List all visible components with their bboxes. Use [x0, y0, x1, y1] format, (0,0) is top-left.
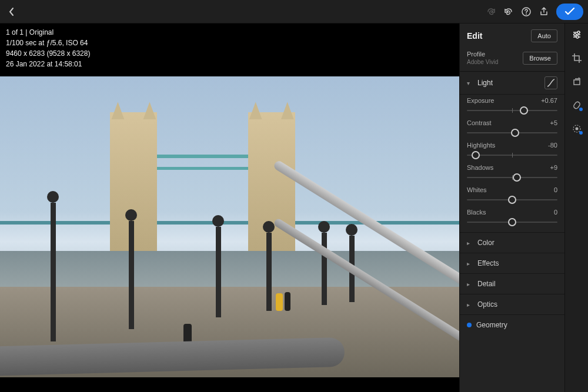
edit-sliders-icon[interactable] — [570, 28, 583, 41]
undo-icon[interactable] — [500, 3, 517, 21]
auto-button[interactable]: Auto — [531, 29, 557, 42]
masking-icon[interactable] — [570, 122, 583, 135]
section-light-label: Light — [477, 79, 544, 87]
slider-highlights[interactable]: Highlights-80 — [460, 139, 564, 162]
rotate-icon[interactable] — [570, 75, 583, 88]
edit-panel: Edit Auto Profile Adobe Vivid Browse ▾ L… — [459, 24, 564, 392]
slider-blacks[interactable]: Blacks0 — [460, 206, 564, 232]
chevron-right-icon: ▸ — [467, 301, 474, 308]
photo-canvas — [0, 76, 459, 377]
slider-whites[interactable]: Whites0 — [460, 184, 564, 206]
profile-name: Adobe Vivid — [467, 59, 498, 65]
svg-rect-5 — [574, 80, 580, 85]
modified-dot-icon — [467, 323, 472, 327]
healing-icon[interactable] — [570, 99, 583, 112]
redo-icon[interactable] — [482, 3, 500, 21]
chevron-right-icon: ▸ — [467, 260, 474, 267]
panel-title: Edit — [467, 31, 482, 41]
help-icon[interactable] — [517, 3, 535, 21]
share-icon[interactable] — [535, 3, 553, 21]
svg-point-8 — [575, 128, 578, 130]
section-optics[interactable]: ▸ Optics — [460, 294, 564, 314]
tone-curve-button[interactable] — [544, 76, 557, 89]
section-detail[interactable]: ▸ Detail — [460, 273, 564, 294]
crop-icon[interactable] — [570, 52, 583, 65]
chevron-right-icon: ▸ — [467, 281, 474, 287]
svg-point-1 — [526, 14, 527, 15]
meta-timestamp: 26 Jan 2022 at 14:58:01 — [6, 59, 90, 69]
slider-shadows[interactable]: Shadows+9 — [460, 162, 564, 184]
tool-rail — [564, 24, 588, 392]
svg-point-3 — [574, 33, 576, 36]
meta-counter: 1 of 1 | Original — [6, 27, 90, 38]
section-color[interactable]: ▸ Color — [460, 232, 564, 253]
browse-button[interactable]: Browse — [523, 52, 557, 65]
svg-point-4 — [576, 36, 579, 38]
back-button[interactable] — [5, 5, 19, 19]
section-light[interactable]: ▾ Light — [460, 72, 564, 95]
chevron-down-icon: ▾ — [467, 80, 474, 86]
chevron-right-icon: ▸ — [467, 240, 474, 246]
svg-point-2 — [577, 31, 580, 33]
slider-contrast[interactable]: Contrast+5 — [460, 117, 564, 139]
done-button[interactable] — [556, 4, 583, 20]
meta-exposure: 1/100 sec at ƒ/5.6, ISO 64 — [6, 38, 90, 48]
section-geometry[interactable]: Geometry — [460, 314, 564, 335]
section-effects[interactable]: ▸ Effects — [460, 253, 564, 273]
photo-metadata: 1 of 1 | Original 1/100 sec at ƒ/5.6, IS… — [6, 27, 90, 69]
photo-viewport[interactable]: 1 of 1 | Original 1/100 sec at ƒ/5.6, IS… — [0, 24, 459, 392]
meta-dimensions: 9460 x 6283 (9528 x 6328) — [6, 48, 90, 59]
profile-label: Profile — [467, 51, 498, 58]
slider-exposure[interactable]: Exposure+0.67 — [460, 95, 564, 117]
